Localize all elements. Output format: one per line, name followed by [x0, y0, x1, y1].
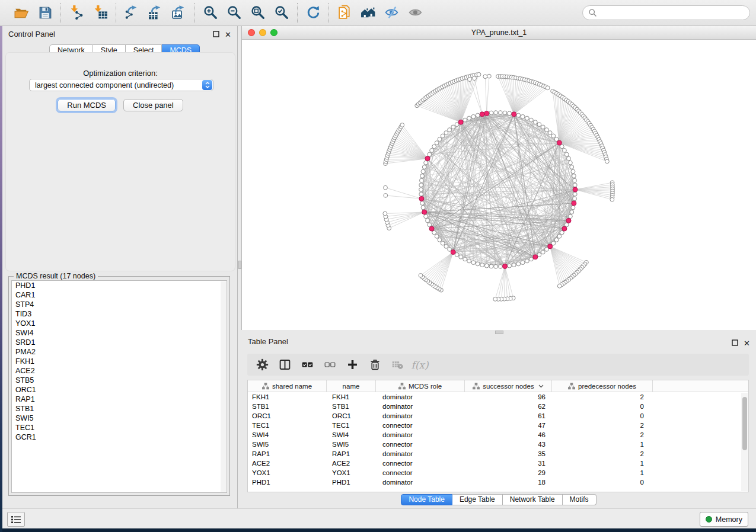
float-table-panel-icon[interactable]: [732, 338, 738, 348]
export-table-icon: [148, 5, 164, 21]
mcds-node-item[interactable]: PHD1: [12, 281, 227, 290]
mcds-list-scrollbar[interactable]: [221, 281, 226, 492]
create-column-button[interactable]: [342, 356, 362, 374]
search-input[interactable]: [600, 8, 744, 18]
mcds-node-item[interactable]: STP4: [12, 300, 227, 309]
zoom-in-button[interactable]: [201, 4, 220, 23]
vertical-splitter[interactable]: [237, 26, 241, 508]
column-header-shared-name[interactable]: shared name: [248, 380, 327, 392]
column-header-predecessor-nodes[interactable]: predecessor nodes: [552, 380, 653, 392]
close-panel-icon[interactable]: ✕: [225, 31, 231, 38]
save-session-button[interactable]: [36, 4, 55, 23]
table-row[interactable]: SWI4SWI4dominator462: [248, 430, 748, 440]
hide-selected-button[interactable]: [382, 4, 401, 23]
houses-icon: [361, 5, 377, 21]
open-file-button[interactable]: [12, 4, 31, 23]
mcds-node-item[interactable]: RAP1: [12, 395, 227, 404]
control-panel: Control Panel ✕ NetworkStyleSelectMCDS O…: [2, 26, 237, 508]
close-panel-button[interactable]: Close panel: [123, 99, 183, 111]
table-row[interactable]: YOX1YOX1connector291: [248, 468, 748, 477]
column-header-name[interactable]: name: [327, 380, 376, 392]
cell-successor-nodes: 47: [465, 422, 552, 429]
criterion-dropdown[interactable]: largest connected component (undirected): [29, 79, 213, 91]
columns-icon: [279, 358, 291, 371]
mcds-result-list[interactable]: PHD1CAR1STP4TID3YOX1SWI4SRD1PMA2FKH1ACE2…: [11, 280, 227, 493]
table-row[interactable]: TEC1TEC1connector472: [248, 421, 748, 430]
table-row[interactable]: PHD1PHD1dominator180: [248, 477, 748, 487]
select-all-rows-button[interactable]: [297, 356, 317, 374]
zoom-in-icon: [203, 5, 219, 21]
mcds-node-item[interactable]: TID3: [12, 309, 227, 319]
mcds-node-item[interactable]: SWI5: [12, 414, 227, 423]
tab-network-table[interactable]: Network Table: [503, 494, 563, 505]
mcds-node-item[interactable]: ORC1: [12, 385, 227, 395]
export-image-button[interactable]: [170, 4, 189, 23]
mcds-node-item[interactable]: GCR1: [12, 432, 227, 442]
tab-edge-table[interactable]: Edge Table: [452, 494, 503, 505]
zoom-fit-button[interactable]: [248, 4, 267, 23]
mcds-node-item[interactable]: SWI4: [12, 328, 227, 338]
cell-shared-name: YOX1: [248, 469, 327, 476]
table-scrollbar-thumb[interactable]: [742, 397, 747, 450]
cell-successor-nodes: 31: [465, 460, 552, 467]
zoom-out-button[interactable]: [225, 4, 244, 23]
mcds-node-item[interactable]: CAR1: [12, 290, 227, 300]
show-columns-button[interactable]: [275, 356, 295, 374]
cell-successor-nodes: 43: [465, 441, 552, 448]
import-network-button[interactable]: [67, 4, 86, 23]
tab-motifs[interactable]: Motifs: [563, 494, 596, 505]
cell-successor-nodes: 96: [465, 393, 552, 400]
zoom-fit-icon: [250, 5, 266, 21]
zoom-selected-button[interactable]: [272, 4, 291, 23]
run-mcds-button[interactable]: Run MCDS: [58, 99, 116, 111]
close-table-panel-icon[interactable]: ✕: [744, 340, 750, 347]
table-delete-icon: [391, 358, 404, 371]
table-scrollbar[interactable]: [741, 393, 748, 491]
table-row[interactable]: FKH1FKH1dominator962: [248, 392, 748, 402]
table-row[interactable]: ACE2ACE2connector311: [248, 459, 748, 468]
network-canvas[interactable]: [242, 39, 756, 329]
cell-predecessor-nodes: 2: [552, 393, 653, 400]
horizontal-splitter[interactable]: [241, 330, 756, 335]
mcds-node-item[interactable]: SRD1: [12, 338, 227, 347]
import-table-button[interactable]: [91, 4, 110, 23]
zoom-selected-icon: [274, 5, 290, 21]
mcds-node-item[interactable]: STB1: [12, 404, 227, 414]
toolbar-group: [329, 4, 431, 23]
table-row[interactable]: STB1STB1dominator620: [248, 402, 748, 411]
toolbar-group: [298, 4, 328, 23]
export-network-button[interactable]: [122, 4, 141, 23]
cell-mcds-role: connector: [376, 422, 465, 429]
mcds-node-item[interactable]: TEC1: [12, 423, 227, 432]
refresh-view-button[interactable]: [304, 4, 323, 23]
column-label: MCDS role: [409, 383, 442, 390]
table-row[interactable]: ORC1ORC1dominator610: [248, 411, 748, 421]
search-box[interactable]: [582, 5, 750, 20]
table-row[interactable]: RAP1RAP1dominator352: [248, 449, 748, 459]
mcds-node-item[interactable]: FKH1: [12, 357, 227, 366]
mcds-node-item[interactable]: PMA2: [12, 347, 227, 357]
network-window-titlebar[interactable]: YPA_prune.txt_1: [242, 26, 756, 40]
deselect-all-rows-button[interactable]: [320, 356, 340, 374]
mcds-node-item[interactable]: STB5: [12, 376, 227, 385]
task-history-button[interactable]: [7, 512, 25, 527]
export-table-button[interactable]: [146, 4, 165, 23]
delete-columns-button[interactable]: [365, 356, 385, 374]
check-pair-icon: [301, 358, 314, 371]
toolbar-group: [6, 4, 60, 23]
show-all-button[interactable]: [406, 4, 425, 23]
horizontal-splitter-handle[interactable]: [495, 331, 503, 334]
node-table: shared namenameMCDS rolesuccessor nodesp…: [247, 380, 749, 492]
first-neighbors-button[interactable]: [359, 4, 378, 23]
mcds-node-item[interactable]: YOX1: [12, 319, 227, 328]
memory-button[interactable]: Memory: [700, 512, 748, 527]
new-network-from-selection-button[interactable]: [335, 4, 354, 23]
mcds-node-item[interactable]: ACE2: [12, 366, 227, 376]
float-panel-icon[interactable]: [213, 29, 219, 40]
column-header-successor-nodes[interactable]: successor nodes: [465, 380, 552, 392]
table-row[interactable]: SWI5SWI5connector431: [248, 440, 748, 449]
table-settings-button[interactable]: [252, 356, 272, 374]
cell-shared-name: SWI5: [248, 441, 327, 448]
tab-node-table[interactable]: Node Table: [401, 494, 452, 505]
column-header-MCDS-role[interactable]: MCDS role: [376, 380, 465, 392]
